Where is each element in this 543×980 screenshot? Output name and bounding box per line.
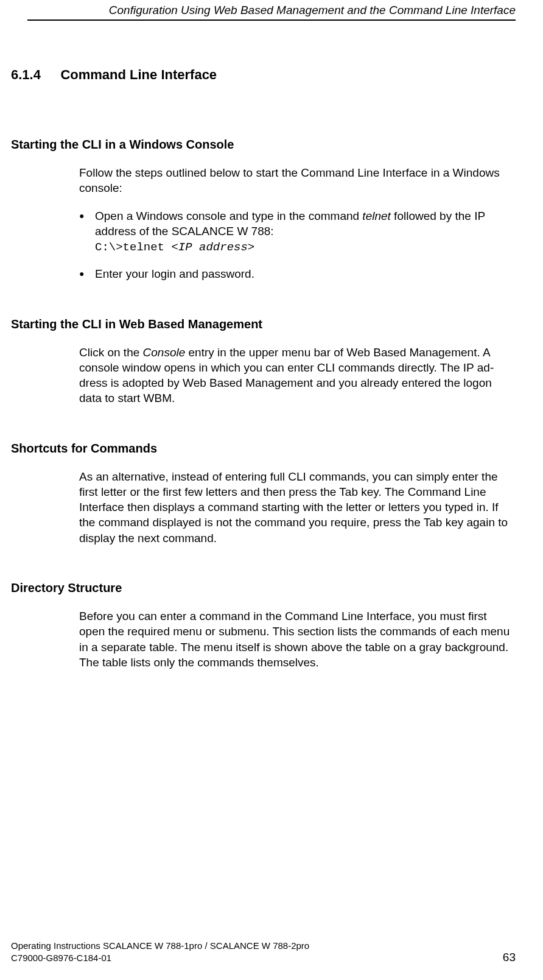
subhead-start-windows: Starting the CLI in a Windows Console xyxy=(11,138,516,152)
footer: Operating Instructions SCALANCE W 788-1p… xyxy=(11,940,516,965)
section-heading: 6.1.4 Command Line Interface xyxy=(11,67,516,83)
subhead-shortcuts: Shortcuts for Commands xyxy=(11,442,516,456)
header-rule xyxy=(27,19,516,21)
body-start-wbm: Click on the Console entry in the upper … xyxy=(79,345,516,406)
page: Configuration Using Web Based Management… xyxy=(0,0,543,980)
section-number: 6.1.4 xyxy=(11,67,41,83)
footer-left: Operating Instructions SCALANCE W 788-1p… xyxy=(11,940,516,965)
section-title: Command Line Interface xyxy=(60,67,217,83)
telnet-word: telnet xyxy=(362,210,390,222)
para: Click on the Console entry in the upper … xyxy=(79,345,516,406)
page-number: 63 xyxy=(503,951,516,964)
text: Click on the xyxy=(79,346,143,359)
content-area: 6.1.4 Command Line Interface Starting th… xyxy=(11,67,516,682)
list-item: Enter your login and password. xyxy=(79,266,516,281)
intro-para: Follow the steps outlined below to start… xyxy=(79,165,516,196)
bullet-text: Open a Windows console and type in the c… xyxy=(95,210,362,222)
subhead-directory: Directory Structure xyxy=(11,581,516,595)
body-start-windows: Follow the steps outlined below to start… xyxy=(79,165,516,282)
bullet-text: Enter your login and password. xyxy=(95,267,254,280)
para: Before you can enter a command in the Co… xyxy=(79,608,516,670)
code-arg: <IP address> xyxy=(171,241,254,254)
console-word: Console xyxy=(143,346,186,359)
footer-line2: C79000-G8976-C184-01 xyxy=(11,952,516,964)
body-shortcuts: As an alternative, instead of entering f… xyxy=(79,469,516,546)
list-item: Open a Windows console and type in the c… xyxy=(79,208,516,256)
para: As an alternative, instead of entering f… xyxy=(79,469,516,546)
running-header: Configuration Using Web Based Management… xyxy=(109,4,516,17)
code-prefix: C:\>telnet xyxy=(95,241,171,254)
subhead-start-wbm: Starting the CLI in Web Based Management xyxy=(11,317,516,331)
bullet-list: Open a Windows console and type in the c… xyxy=(79,208,516,282)
body-directory: Before you can enter a command in the Co… xyxy=(79,608,516,670)
code-line: C:\>telnet <IP address> xyxy=(95,241,254,254)
footer-line1: Operating Instructions SCALANCE W 788-1p… xyxy=(11,940,516,952)
